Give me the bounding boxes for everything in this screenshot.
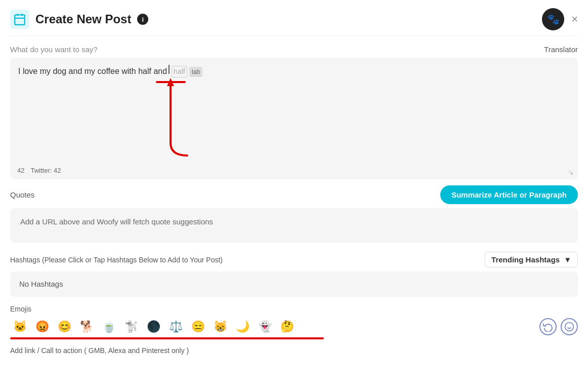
close-icon[interactable]: × — [571, 14, 578, 25]
emoji-0[interactable]: 🐱 — [10, 317, 29, 336]
emoji-12[interactable]: 🤔 — [277, 317, 297, 336]
post-area[interactable]: I love my dog and my coffee with half an… — [10, 58, 578, 179]
emojis-label: Emojis — [10, 305, 578, 313]
post-text-content: I love my dog and my coffee with half an… — [18, 65, 167, 77]
emoji-5[interactable]: 🐩 — [121, 317, 141, 336]
emojis-right-icons — [539, 318, 578, 335]
header-left: Create New Post i — [10, 10, 148, 29]
trending-hashtags-dropdown[interactable]: Trending Hashtags ▼ — [485, 252, 578, 267]
emoji-3[interactable]: 🐕 — [77, 317, 96, 336]
header-right: 🐾 × — [542, 8, 578, 30]
page-container: Create New Post i 🐾 × What do you want t… — [0, 0, 588, 388]
svg-point-7 — [565, 323, 574, 331]
quotes-row: Quotes Summarize Article or Paragraph — [10, 185, 578, 204]
twitter-count: Twitter: 42 — [30, 167, 61, 174]
prompt-label: What do you want to say? — [10, 45, 98, 54]
calendar-icon — [10, 10, 29, 29]
hashtags-row: Hashtags (Please Click or Tap Hashtags B… — [10, 252, 578, 267]
quotes-box: Add a URL above and Woofy will fetch quo… — [10, 208, 578, 243]
resize-handle[interactable]: ↘ — [568, 168, 574, 176]
emoji-picker-icon[interactable] — [561, 318, 578, 335]
summarize-button[interactable]: Summarize Article or Paragraph — [440, 185, 578, 204]
header: Create New Post i 🐾 × — [10, 8, 578, 36]
text-cursor — [169, 65, 170, 74]
emoji-2[interactable]: 😊 — [55, 317, 74, 336]
red-underline-annotation — [10, 337, 324, 339]
history-icon[interactable] — [539, 318, 557, 335]
emoji-1[interactable]: 😡 — [32, 317, 52, 336]
char-count: 42 — [17, 167, 24, 174]
emoji-10[interactable]: 🌙 — [233, 317, 252, 336]
no-hashtags-text: No Hashtags — [19, 280, 63, 288]
quotes-placeholder: Add a URL above and Woofy will fetch quo… — [20, 217, 213, 226]
subheader-row: What do you want to say? Translator — [10, 45, 578, 54]
hashtags-label: Hashtags (Please Click or Tap Hashtags B… — [10, 256, 223, 264]
arrow-annotation — [142, 72, 223, 163]
dropdown-chevron-icon: ▼ — [564, 255, 571, 264]
info-icon[interactable]: i — [137, 14, 148, 25]
trending-label: Trending Hashtags — [491, 255, 560, 264]
page-title: Create New Post — [35, 12, 131, 26]
emoji-7[interactable]: ⚖️ — [166, 317, 185, 336]
hashtags-box: No Hashtags — [10, 271, 578, 297]
emoji-4[interactable]: 🍵 — [99, 317, 118, 336]
emoji-8[interactable]: 😑 — [188, 317, 207, 336]
translator-link[interactable]: Translator — [544, 45, 578, 54]
add-link-row: Add link / Call to action ( GMB, Alexa a… — [10, 346, 578, 355]
emoji-9[interactable]: 😸 — [211, 317, 230, 336]
quotes-label: Quotes — [10, 190, 34, 199]
autocomplete-suggestion: half — [172, 66, 187, 77]
post-counter: 42 Twitter: 42 — [17, 167, 61, 174]
emoji-6[interactable]: 🌑 — [144, 317, 163, 336]
add-link-label: Add link / Call to action ( GMB, Alexa a… — [10, 346, 189, 355]
emojis-row: 🐱 😡 😊 🐕 🍵 🐩 🌑 ⚖️ 😑 😸 🌙 👻 🤔 — [10, 317, 578, 336]
post-text: I love my dog and my coffee with half an… — [18, 65, 570, 77]
paw-icon[interactable]: 🐾 — [542, 8, 564, 30]
emoji-11[interactable]: 👻 — [255, 317, 274, 336]
svg-marker-6 — [167, 78, 174, 86]
tab-hint: tab — [189, 67, 203, 77]
svg-rect-0 — [15, 15, 25, 25]
